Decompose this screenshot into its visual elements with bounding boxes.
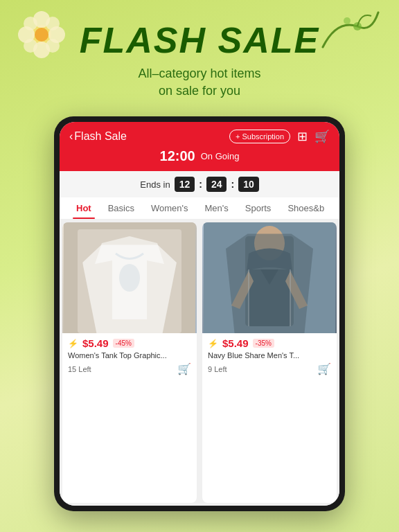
- countdown-hours: 12: [175, 177, 195, 192]
- list-icon[interactable]: ⊞: [297, 129, 308, 144]
- product-card-1[interactable]: ⚡ $5.49 -45% Women's Tank Top Graphic...…: [62, 222, 197, 503]
- products-grid: ⚡ $5.49 -45% Women's Tank Top Graphic...…: [60, 220, 339, 506]
- page-title: FLASH SALE: [80, 19, 319, 61]
- countdown-label: Ends in: [140, 179, 170, 190]
- header-row: ‹ Flash Sale + Subscription ⊞ 🛒: [69, 129, 330, 144]
- tab-shoes[interactable]: Shoes&b: [279, 197, 332, 219]
- discount-badge-2: -35%: [253, 339, 274, 348]
- countdown-seconds: 10: [238, 177, 259, 192]
- time-row: 12:00 On Going: [69, 144, 330, 171]
- product-footer-2: 9 Left 🛒: [208, 362, 331, 375]
- colon-2: :: [231, 179, 234, 190]
- countdown-minutes: 24: [206, 177, 227, 192]
- product-info-1: ⚡ $5.49 -45% Women's Tank Top Graphic...…: [62, 333, 197, 381]
- device-screen: ‹ Flash Sale + Subscription ⊞ 🛒 12:00 On…: [60, 122, 339, 506]
- product-info-2: ⚡ $5.49 -35% Navy Blue Share Men's T... …: [202, 333, 337, 381]
- colon-1: :: [199, 179, 202, 190]
- countdown-bar: Ends in 12 : 24 : 10: [60, 171, 339, 197]
- subscription-button[interactable]: + Subscription: [229, 130, 290, 143]
- header-actions: + Subscription ⊞ 🛒: [229, 129, 330, 144]
- flash-icon-1: ⚡: [68, 339, 78, 348]
- content-wrapper: FLASH SALE All–category hot items on sal…: [0, 0, 399, 532]
- app-header: ‹ Flash Sale + Subscription ⊞ 🛒 12:00 On…: [60, 122, 339, 171]
- svg-point-14: [119, 264, 140, 292]
- category-tabs: Hot Basics Women's Men's Sports Shoes&b: [60, 197, 339, 220]
- svg-rect-15: [204, 222, 335, 333]
- product-name-1: Women's Tank Top Graphic...: [68, 351, 191, 360]
- add-to-cart-1[interactable]: 🛒: [177, 362, 191, 375]
- page-subtitle: All–category hot items on sale for you: [138, 65, 260, 100]
- price-2: $5.49: [222, 337, 249, 349]
- product-footer-1: 15 Left 🛒: [68, 362, 191, 375]
- stock-2: 9 Left: [208, 365, 227, 373]
- tab-sports[interactable]: Sports: [237, 197, 280, 219]
- tab-womens[interactable]: Women's: [143, 197, 197, 219]
- svg-rect-16: [245, 236, 294, 326]
- price-row-2: ⚡ $5.49 -35%: [208, 337, 331, 349]
- cart-icon[interactable]: 🛒: [314, 129, 330, 144]
- back-icon: ‹: [69, 130, 73, 143]
- stock-1: 15 Left: [68, 365, 91, 373]
- product-image-1: [62, 222, 197, 333]
- svg-rect-18: [249, 269, 290, 326]
- time-display: 12:00: [160, 148, 195, 164]
- tab-hot[interactable]: Hot: [68, 197, 100, 219]
- discount-badge-1: -45%: [113, 339, 134, 348]
- header-title: Flash Sale: [74, 130, 127, 143]
- status-badge: On Going: [201, 151, 240, 161]
- product-image-2: [202, 222, 337, 333]
- tab-basics[interactable]: Basics: [100, 197, 143, 219]
- product-card-2[interactable]: ⚡ $5.49 -35% Navy Blue Share Men's T... …: [202, 222, 337, 503]
- svg-rect-13: [78, 229, 181, 333]
- flash-icon-2: ⚡: [208, 339, 218, 348]
- add-to-cart-2[interactable]: 🛒: [317, 362, 331, 375]
- price-1: $5.49: [82, 337, 109, 349]
- subtitle-line2: on sale for you: [159, 84, 240, 98]
- product-name-2: Navy Blue Share Men's T...: [208, 351, 331, 360]
- price-row-1: ⚡ $5.49 -45%: [68, 337, 191, 349]
- device-mockup: ‹ Flash Sale + Subscription ⊞ 🛒 12:00 On…: [54, 116, 345, 511]
- subtitle-line1: All–category hot items: [138, 66, 260, 80]
- tab-mens[interactable]: Men's: [197, 197, 237, 219]
- back-button[interactable]: ‹ Flash Sale: [69, 130, 127, 143]
- svg-point-17: [254, 226, 285, 260]
